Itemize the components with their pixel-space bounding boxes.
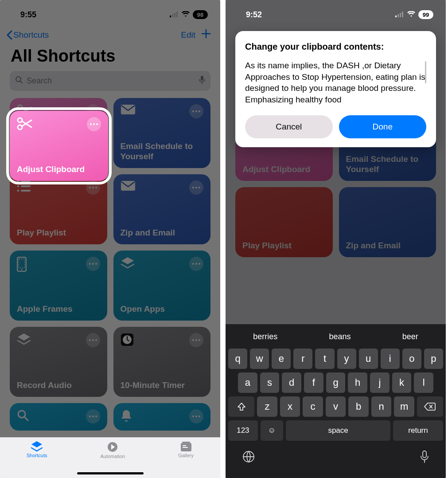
- list-icon: [17, 180, 31, 194]
- key-o[interactable]: o: [402, 349, 421, 369]
- key-z[interactable]: z: [257, 396, 277, 417]
- more-icon[interactable]: [189, 333, 203, 347]
- backspace-key[interactable]: [417, 396, 443, 417]
- svg-rect-20: [21, 190, 31, 192]
- back-button[interactable]: Shortcuts: [6, 30, 49, 40]
- scrollbar-thumb[interactable]: [425, 61, 426, 83]
- key-a[interactable]: a: [238, 372, 257, 393]
- tab-shortcuts[interactable]: Shortcuts: [27, 441, 47, 478]
- numbers-key[interactable]: 123: [228, 420, 258, 441]
- more-icon[interactable]: [189, 180, 203, 195]
- keyboard: berries beans beer q w e r t y u i o p a…: [226, 324, 446, 478]
- more-icon[interactable]: [87, 117, 101, 131]
- dictation-icon[interactable]: [420, 451, 429, 465]
- status-bar: 9:52 99: [226, 0, 446, 24]
- return-key[interactable]: return: [393, 420, 443, 441]
- key-v[interactable]: v: [326, 396, 346, 417]
- emoji-key[interactable]: ☺: [261, 420, 283, 441]
- globe-icon[interactable]: [242, 451, 255, 465]
- svg-point-12: [192, 110, 194, 112]
- svg-point-36: [199, 263, 200, 265]
- key-q[interactable]: q: [228, 349, 247, 369]
- shortcut-card[interactable]: [10, 403, 107, 431]
- svg-rect-3: [176, 12, 178, 17]
- key-x[interactable]: x: [280, 396, 300, 417]
- svg-point-45: [18, 411, 25, 418]
- shift-key[interactable]: [228, 396, 254, 417]
- key-e[interactable]: e: [272, 349, 291, 369]
- svg-rect-16: [21, 181, 31, 183]
- more-icon[interactable]: [86, 333, 100, 347]
- phone-left: 9:55 98 Shortcuts Edit All Shortcuts Sea…: [0, 0, 220, 478]
- page-title: All Shortcuts: [0, 45, 220, 71]
- suggestion[interactable]: berries: [253, 332, 277, 341]
- cancel-button[interactable]: Cancel: [245, 115, 333, 138]
- key-h[interactable]: h: [348, 372, 367, 393]
- tab-gallery[interactable]: Gallery: [178, 441, 194, 478]
- key-s[interactable]: s: [260, 372, 280, 393]
- svg-rect-60: [182, 442, 190, 443]
- shortcut-card[interactable]: Record Audio: [10, 327, 107, 397]
- more-icon[interactable]: [189, 409, 203, 423]
- key-k[interactable]: k: [392, 372, 412, 393]
- search-placeholder: Search: [27, 76, 52, 86]
- more-icon[interactable]: [86, 257, 100, 271]
- search-input[interactable]: Search: [10, 71, 210, 91]
- svg-point-39: [95, 339, 97, 341]
- svg-point-15: [17, 181, 19, 183]
- layers-icon: [17, 333, 31, 347]
- add-button[interactable]: [201, 28, 211, 41]
- key-g[interactable]: g: [326, 372, 346, 393]
- shortcut-label: Play Playlist: [17, 228, 100, 238]
- shortcut-card-highlight[interactable]: Adjust Clipboard: [10, 111, 108, 181]
- key-n[interactable]: n: [371, 396, 392, 417]
- key-t[interactable]: t: [315, 349, 334, 369]
- shortcut-card[interactable]: 10-Minute Timer: [113, 327, 211, 397]
- cell-signal-icon: [395, 10, 404, 20]
- dialog-textarea[interactable]: As its name implies, the DASH ,or Dietar…: [245, 60, 426, 106]
- more-icon[interactable]: [86, 180, 100, 195]
- more-icon[interactable]: [189, 104, 203, 118]
- svg-point-25: [192, 187, 194, 188]
- key-d[interactable]: d: [282, 372, 301, 393]
- shortcut-card[interactable]: Email Schedule to Yourself: [113, 98, 211, 168]
- suggestion[interactable]: beer: [402, 332, 418, 341]
- key-m[interactable]: m: [394, 396, 414, 417]
- key-w[interactable]: w: [250, 349, 269, 369]
- key-r[interactable]: r: [293, 349, 312, 369]
- key-y[interactable]: y: [337, 349, 356, 369]
- bell-icon: [121, 409, 132, 424]
- done-button[interactable]: Done: [339, 115, 427, 138]
- more-icon[interactable]: [86, 409, 100, 423]
- key-i[interactable]: i: [381, 349, 400, 369]
- shortcut-card[interactable]: Zip and Email: [113, 174, 211, 244]
- wifi-icon: [407, 10, 416, 20]
- svg-rect-5: [201, 76, 203, 81]
- suggestion[interactable]: beans: [329, 332, 351, 341]
- edit-button[interactable]: Edit: [181, 30, 195, 40]
- back-label: Shortcuts: [13, 30, 49, 40]
- search-icon: [17, 409, 29, 423]
- shortcut-card[interactable]: [113, 403, 211, 431]
- status-time: 9:52: [246, 10, 262, 20]
- key-b[interactable]: b: [348, 396, 369, 417]
- key-c[interactable]: c: [303, 396, 323, 417]
- shortcut-card: Play Playlist: [235, 187, 333, 257]
- key-j[interactable]: j: [370, 372, 390, 393]
- shortcut-card[interactable]: Open Apps: [113, 251, 211, 321]
- mic-icon[interactable]: [199, 75, 205, 86]
- key-f[interactable]: f: [304, 372, 323, 393]
- key-p[interactable]: p: [424, 349, 443, 369]
- svg-point-22: [92, 187, 94, 188]
- svg-point-57: [96, 123, 98, 125]
- key-l[interactable]: l: [414, 372, 433, 393]
- key-u[interactable]: u: [359, 349, 378, 369]
- space-key[interactable]: space: [286, 420, 390, 441]
- svg-point-17: [17, 185, 19, 188]
- svg-rect-2: [174, 13, 175, 17]
- more-icon[interactable]: [189, 257, 203, 271]
- shortcut-card[interactable]: Apple Frames: [10, 251, 107, 321]
- home-indicator[interactable]: [77, 472, 144, 474]
- shortcut-card[interactable]: Play Playlist: [10, 174, 107, 244]
- phone-frame-icon: [17, 257, 27, 274]
